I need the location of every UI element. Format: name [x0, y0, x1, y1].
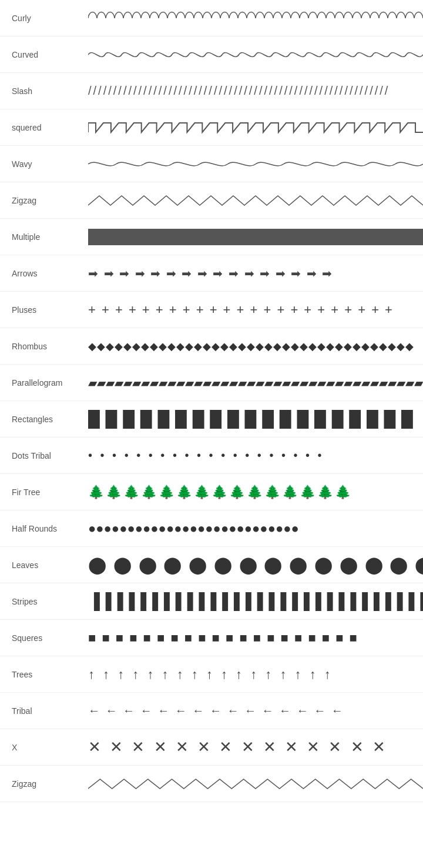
- pattern-row-x: X ✕ ✕ ✕ ✕ ✕ ✕ ✕ ✕ ✕ ✕ ✕ ✕ ✕ ✕: [0, 729, 423, 766]
- pattern-label-stripes: Stripes: [0, 597, 88, 606]
- halfrounds-visual: ●●●●●●●●●●●●●●●●●●●●●●●●●●●: [88, 516, 423, 542]
- pattern-label-curly: Curly: [0, 14, 88, 23]
- pattern-label-fir-tree: Fir Tree: [0, 488, 88, 497]
- pattern-row-dots-tribal: Dots Tribal • • • • • • • • • • • • • • …: [0, 438, 423, 474]
- pattern-row-rectangles: Rectangles █ █ █ █ █ █ █ █ █ █ █ █ █ █ █…: [0, 401, 423, 438]
- pattern-label-pluses: Pluses: [0, 305, 88, 315]
- pattern-label-half-rounds: Half Rounds: [0, 524, 88, 533]
- pattern-label-wavy: Wavy: [0, 159, 88, 169]
- pattern-label-multiple: Multiple: [0, 232, 88, 242]
- rectangles-visual: █ █ █ █ █ █ █ █ █ █ █ █ █ █ █ █ █ █ █: [88, 406, 423, 432]
- pattern-label-tribal: Tribal: [0, 706, 88, 716]
- pattern-label-squared: squered: [0, 123, 88, 132]
- pattern-label-rhombus: Rhombus: [0, 342, 88, 351]
- slash-visual: ////////////////////////////////////////…: [88, 78, 423, 104]
- squared-visual: [88, 115, 423, 141]
- pattern-row-curved: Curved: [0, 36, 423, 73]
- pattern-label-squeres: Squeres: [0, 633, 88, 643]
- leaves-visual: ⬤ ⬤ ⬤ ⬤ ⬤ ⬤ ⬤ ⬤ ⬤ ⬤ ⬤ ⬤ ⬤ ⬤ ⬤: [88, 552, 423, 578]
- pluses-visual: + + + + + + + + + + + + + + + + + + + + …: [88, 297, 423, 323]
- pattern-label-parallelogram: Parallelogram: [0, 378, 88, 388]
- pattern-row-half-rounds: Half Rounds ●●●●●●●●●●●●●●●●●●●●●●●●●●●: [0, 510, 423, 547]
- pattern-label-leaves: Leaves: [0, 560, 88, 570]
- pattern-label-zigzag: Zigzag: [0, 196, 88, 205]
- pattern-row-multiple: Multiple: [0, 219, 423, 255]
- pattern-label-curved: Curved: [0, 50, 88, 59]
- squeres-visual: ■ ■ ■ ■ ■ ■ ■ ■ ■ ■ ■ ■ ■ ■ ■ ■ ■ ■ ■ ■: [88, 625, 423, 651]
- pattern-row-slash: Slash //////////////////////////////////…: [0, 73, 423, 109]
- pattern-row-curly: Curly: [0, 0, 423, 36]
- curved-visual: [88, 42, 423, 68]
- stripes-visual: ▐▐▐▐▐▐▐▐▐▐▐▐▐▐▐▐▐▐▐▐▐▐▐▐▐▐▐▐▐▐▐▐▐▐▐▐: [88, 589, 423, 615]
- pattern-row-arrows: Arrows ➡ ➡ ➡ ➡ ➡ ➡ ➡ ➡ ➡ ➡ ➡ ➡ ➡ ➡ ➡ ➡: [0, 255, 423, 292]
- pattern-row-squared: squered: [0, 109, 423, 146]
- dots-visual: • • • • • • • • • • • • • • • • • • • •: [88, 443, 423, 469]
- multiple-visual: [88, 224, 423, 250]
- pattern-label-trees: Trees: [0, 670, 88, 679]
- pattern-row-parallelogram: Parallelogram ▰▰▰▰▰▰▰▰▰▰▰▰▰▰▰▰▰▰▰▰▰▰▰▰▰▰…: [0, 365, 423, 401]
- parallelogram-visual: ▰▰▰▰▰▰▰▰▰▰▰▰▰▰▰▰▰▰▰▰▰▰▰▰▰▰▰▰▰▰▰▰▰▰▰▰▰▰▰▰…: [88, 370, 423, 396]
- zigzag2-visual: [88, 771, 423, 797]
- firtree-visual: 🌲🌲🌲🌲🌲🌲🌲🌲🌲🌲🌲🌲🌲🌲🌲: [88, 479, 423, 505]
- rhombus-visual: ◆◆◆◆◆◆◆◆◆◆◆◆◆◆◆◆◆◆◆◆◆◆◆◆◆◆◆◆◆◆◆◆◆◆◆◆◆: [88, 333, 423, 359]
- pattern-row-stripes: Stripes ▐▐▐▐▐▐▐▐▐▐▐▐▐▐▐▐▐▐▐▐▐▐▐▐▐▐▐▐▐▐▐▐…: [0, 583, 423, 620]
- pattern-label-x: X: [0, 743, 88, 752]
- curly-visual: [88, 5, 423, 31]
- wavy-visual: [88, 151, 423, 177]
- arrows-visual: ➡ ➡ ➡ ➡ ➡ ➡ ➡ ➡ ➡ ➡ ➡ ➡ ➡ ➡ ➡ ➡: [88, 261, 423, 286]
- trees-visual: ↑ ↑ ↑ ↑ ↑ ↑ ↑ ↑ ↑ ↑ ↑ ↑ ↑ ↑ ↑ ↑ ↑: [88, 662, 423, 687]
- pattern-label-rectangles: Rectangles: [0, 415, 88, 424]
- zigzag1-visual: [88, 188, 423, 213]
- pattern-row-leaves: Leaves ⬤ ⬤ ⬤ ⬤ ⬤ ⬤ ⬤ ⬤ ⬤ ⬤ ⬤ ⬤ ⬤ ⬤ ⬤: [0, 547, 423, 583]
- pattern-row-pluses: Pluses + + + + + + + + + + + + + + + + +…: [0, 292, 423, 328]
- pattern-row-tribal: Tribal ← ← ← ← ← ← ← ← ← ← ← ← ← ← ←: [0, 693, 423, 729]
- pattern-row-trees: Trees ↑ ↑ ↑ ↑ ↑ ↑ ↑ ↑ ↑ ↑ ↑ ↑ ↑ ↑ ↑ ↑ ↑: [0, 656, 423, 693]
- pattern-row-squeres: Squeres ■ ■ ■ ■ ■ ■ ■ ■ ■ ■ ■ ■ ■ ■ ■ ■ …: [0, 620, 423, 656]
- pattern-row-wavy: Wavy: [0, 146, 423, 182]
- pattern-label-slash: Slash: [0, 86, 88, 96]
- pattern-row-zigzag2: Zigzag: [0, 766, 423, 802]
- pattern-label-zigzag2: Zigzag: [0, 779, 88, 789]
- pattern-row-fir-tree: Fir Tree 🌲🌲🌲🌲🌲🌲🌲🌲🌲🌲🌲🌲🌲🌲🌲: [0, 474, 423, 510]
- pattern-label-dots-tribal: Dots Tribal: [0, 451, 88, 460]
- pattern-row-rhombus: Rhombus ◆◆◆◆◆◆◆◆◆◆◆◆◆◆◆◆◆◆◆◆◆◆◆◆◆◆◆◆◆◆◆◆…: [0, 328, 423, 365]
- x-visual: ✕ ✕ ✕ ✕ ✕ ✕ ✕ ✕ ✕ ✕ ✕ ✕ ✕ ✕: [88, 735, 423, 760]
- tribal-visual: ← ← ← ← ← ← ← ← ← ← ← ← ← ← ←: [88, 698, 423, 724]
- pattern-label-arrows: Arrows: [0, 269, 88, 278]
- pattern-row-zigzag: Zigzag: [0, 182, 423, 219]
